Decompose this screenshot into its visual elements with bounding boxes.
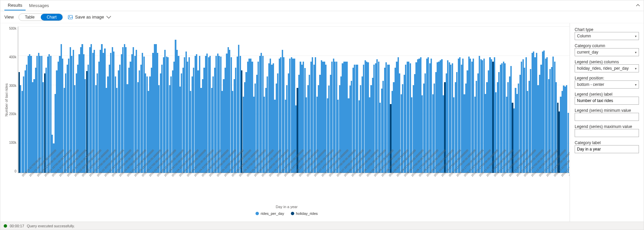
tab-messages[interactable]: Messages (26, 1, 52, 10)
save-as-image-button[interactable]: Save as image (68, 14, 111, 20)
view-toggle: Table Chart (19, 13, 63, 21)
status-bar: 00:00:17 Query executed successfully. (0, 222, 644, 230)
chart-type-select[interactable]: Column▾ (575, 32, 639, 40)
legend-dot-icon (291, 212, 294, 215)
category-column-label: Category column (575, 43, 639, 48)
legend-label-label: Legend (series) label (575, 92, 639, 97)
legend-min-label: Legend (series) minimum value (575, 108, 639, 113)
chart-settings-panel: Chart type Column▾ Category column curre… (570, 23, 644, 222)
image-icon (68, 14, 73, 20)
legend-label-input[interactable] (575, 97, 639, 105)
status-time: 00:00:17 (10, 224, 24, 228)
result-tabs: Results Messages (0, 0, 644, 11)
chart-area: Number of taxi rides 500k400k300k200k100… (0, 23, 570, 222)
status-message: Query executed successfully. (27, 224, 75, 228)
legend-item-rides[interactable]: rides_per_day (256, 211, 284, 216)
category-column-select[interactable]: current_day▾ (575, 48, 639, 56)
legend-item-holiday[interactable]: holiday_rides (291, 211, 318, 216)
chart-toolbar: View Table Chart Save as image (0, 11, 644, 23)
legend-columns-label: Legend (series) columns (575, 60, 639, 64)
status-success-icon (4, 224, 7, 228)
legend-columns-select[interactable]: holiday_rides, rides_per_day▾ (575, 64, 639, 72)
legend-max-label: Legend (series) maximum value (575, 124, 639, 129)
chevron-down-icon (106, 14, 111, 20)
view-chart-button[interactable]: Chart (41, 14, 63, 21)
legend-dot-icon (256, 212, 259, 215)
chart-bar[interactable] (568, 27, 569, 173)
category-label-label: Category label (575, 140, 639, 145)
main-area: Number of taxi rides 500k400k300k200k100… (0, 23, 644, 222)
view-table-button[interactable]: Table (19, 14, 41, 21)
legend-position-label: Legend position: (575, 76, 639, 80)
category-label-input[interactable] (575, 145, 639, 153)
y-axis: 500k400k300k200k100k0 (9, 27, 18, 173)
legend-position-select[interactable]: bottom - center▾ (575, 80, 639, 89)
view-label: View (4, 14, 14, 20)
chart-type-label: Chart type (575, 27, 639, 32)
legend-rides-label: rides_per_day (261, 211, 284, 216)
tab-results[interactable]: Results (4, 1, 26, 10)
save-image-label: Save as image (75, 14, 104, 20)
legend-min-input[interactable] (575, 113, 639, 121)
collapse-icon[interactable] (636, 3, 640, 9)
svg-point-1 (69, 16, 70, 17)
x-axis-title: Day in a year (4, 205, 570, 209)
legend-max-input[interactable] (575, 129, 639, 137)
x-axis: 2016-01-01T00:00:00.…2016-01-06T00:00:00… (21, 173, 570, 203)
chart-legend: rides_per_day holiday_rides (4, 209, 570, 218)
legend-holiday-label: holiday_rides (296, 211, 318, 216)
app-root: Results Messages View Table Chart Save a… (0, 0, 644, 230)
y-axis-title: Number of taxi rides (4, 27, 9, 173)
